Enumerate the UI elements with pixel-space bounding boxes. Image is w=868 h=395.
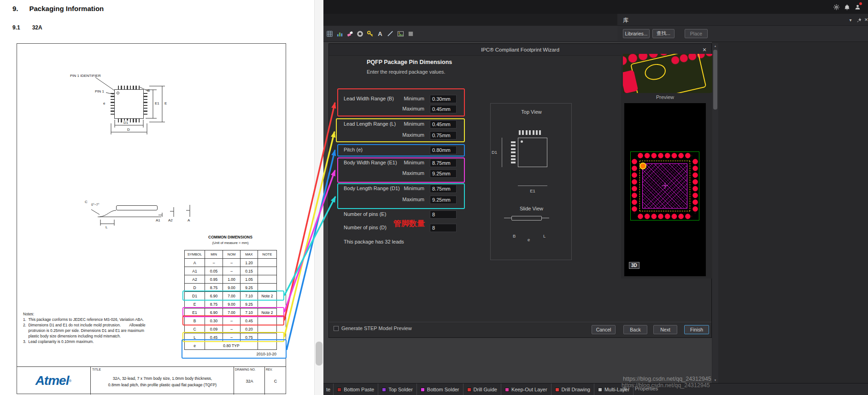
diagram-d1-dim-line bbox=[502, 138, 502, 167]
next-button[interactable]: Next bbox=[653, 325, 677, 334]
key-tool-icon[interactable] bbox=[366, 29, 374, 38]
app-title-bar bbox=[323, 0, 868, 14]
layer-tab-drill-guide[interactable]: Drill Guide bbox=[463, 383, 501, 395]
finish-button[interactable]: Finish bbox=[684, 325, 709, 334]
pin1-pad-marker bbox=[639, 163, 646, 169]
eraser-tool-icon[interactable] bbox=[346, 29, 354, 38]
footprint-2d-preview[interactable]: 3D bbox=[624, 103, 706, 276]
footprint-pads-top bbox=[638, 153, 692, 158]
col-min: MIN bbox=[205, 250, 223, 259]
top-view-label: Top View bbox=[491, 109, 572, 115]
place-button[interactable]: Place bbox=[685, 29, 708, 38]
user-icon[interactable] bbox=[853, 3, 862, 11]
table-row: A20.951.001.05 bbox=[185, 275, 277, 284]
highlight-d1-row bbox=[182, 290, 284, 301]
line-tool-icon[interactable] bbox=[386, 29, 394, 38]
note-line: 1. This package conforms to JEDEC refere… bbox=[23, 317, 146, 322]
layer-tab-top-solder[interactable]: Top Solder bbox=[378, 383, 417, 395]
panel-close-icon[interactable]: × bbox=[862, 15, 868, 23]
diagram-side-lead-right bbox=[542, 218, 549, 218]
diagram-side-lead-left bbox=[504, 218, 511, 218]
dialog-close-icon[interactable]: × bbox=[700, 46, 709, 54]
pad-tool-icon[interactable] bbox=[356, 29, 364, 38]
fill-tool-icon[interactable] bbox=[406, 29, 415, 38]
package-pins-top bbox=[118, 86, 140, 89]
pin1-identifier-label: PIN 1 IDENTIFIER bbox=[70, 74, 101, 78]
note-line: protrusion is 0.25mm per side. Dimension… bbox=[23, 328, 146, 333]
layer-tab-label: Top Solder bbox=[388, 387, 413, 392]
menu-strip bbox=[323, 14, 617, 26]
preview-scrollbar-thumb[interactable] bbox=[713, 50, 717, 110]
step-preview-checkbox[interactable] bbox=[334, 326, 339, 331]
layer-color-swatch bbox=[505, 388, 509, 392]
settings-icon[interactable] bbox=[832, 3, 840, 11]
libraries-button[interactable]: Libraries... bbox=[623, 29, 650, 38]
layer-tab-drill-drawing[interactable]: Drill Drawing bbox=[551, 383, 594, 395]
view-3d-button[interactable]: 3D bbox=[629, 262, 639, 269]
pin1-marker bbox=[117, 92, 119, 94]
highlight-body-width-field bbox=[337, 157, 465, 183]
cancel-button[interactable]: Cancel bbox=[592, 325, 616, 334]
diagram-side-body bbox=[511, 216, 542, 221]
step-preview-label: Generate STEP Model Preview bbox=[341, 325, 412, 331]
dim-b-label: B bbox=[147, 88, 150, 93]
highlight-pitch-field bbox=[337, 144, 465, 157]
table-row: A––1.20 bbox=[185, 259, 277, 267]
diagram-pins-top bbox=[519, 130, 543, 135]
layer-tab-bottom-solder[interactable]: Bottom Solder bbox=[417, 383, 463, 395]
footprint-3d-preview[interactable] bbox=[623, 54, 718, 93]
layer-tab-bottom-paste[interactable]: Bottom Paste bbox=[334, 383, 378, 395]
drawing-no-cell: DRAWING NO. 32A bbox=[234, 367, 265, 395]
dim-e-label: E bbox=[164, 101, 167, 105]
screen: 9.Packaging Information 9.132A PIN 1 IDE… bbox=[0, 0, 868, 395]
wizard-subheading: Enter the required package values. bbox=[367, 69, 446, 75]
section-heading: 9.Packaging Information bbox=[12, 5, 104, 12]
notes: Notes: 1. This package conforms to JEDEC… bbox=[23, 311, 146, 344]
diagram-d1-label: D1 bbox=[492, 150, 497, 155]
panel-dropdown-icon[interactable]: ▾ bbox=[847, 16, 854, 24]
scroll-down-icon[interactable]: ▼ bbox=[712, 378, 718, 383]
dim-a-label: A bbox=[188, 218, 190, 222]
title-cell: TITLE 32A, 32-lead, 7 x 7mm body size, 1… bbox=[91, 367, 234, 395]
dim-pitch-label: e bbox=[103, 101, 105, 105]
search-button[interactable]: 查找... bbox=[652, 29, 674, 38]
layer-color-swatch bbox=[598, 388, 602, 392]
library-panel-toolbar: Libraries... 查找... Place bbox=[617, 26, 868, 42]
layer-tab-label: Bottom Solder bbox=[427, 387, 459, 392]
pins-d-label: Number of pins (D) bbox=[344, 225, 387, 230]
notifications-icon[interactable] bbox=[843, 3, 851, 11]
pin1-label: PIN 1 bbox=[95, 89, 104, 93]
diagram-l-label: L bbox=[543, 233, 545, 238]
layer-tab-keep-out[interactable]: Keep-Out Layer bbox=[501, 383, 551, 395]
back-button[interactable]: Back bbox=[623, 325, 647, 334]
layer-tab-partial[interactable]: te bbox=[323, 383, 334, 395]
pins-e-input[interactable] bbox=[430, 210, 457, 219]
library-panel-header: 库 ▾ × bbox=[617, 14, 868, 26]
layer-tab-label: Keep-Out Layer bbox=[511, 387, 547, 392]
chart-tool-icon[interactable] bbox=[335, 29, 344, 38]
grid-tool-icon[interactable] bbox=[325, 29, 334, 38]
preview-scrollbar[interactable]: ▲ ▼ bbox=[712, 43, 718, 383]
pdf-scrollbar[interactable] bbox=[314, 0, 323, 395]
table-header-row: SYMBOL MIN NOM MAX NOTE bbox=[185, 250, 277, 259]
wizard-heading: PQFP Package Pin Dimensions bbox=[367, 59, 452, 65]
layer-tab-label: Bottom Paste bbox=[344, 387, 374, 392]
footprint bbox=[630, 151, 699, 221]
dim-l-label: L bbox=[106, 225, 107, 229]
col-symbol: SYMBOL bbox=[185, 250, 205, 259]
highlight-lead-width-field bbox=[337, 88, 465, 116]
title-label: TITLE bbox=[92, 368, 101, 371]
pins-d-input[interactable] bbox=[430, 224, 457, 232]
image-tool-icon[interactable] bbox=[396, 29, 405, 38]
text-tool-icon[interactable]: A bbox=[376, 29, 384, 38]
registered-mark-icon: ® bbox=[69, 379, 71, 383]
diagram-e1-label: E1 bbox=[518, 188, 547, 193]
rev-cell: REV. C bbox=[265, 367, 286, 395]
panel-pin-icon[interactable] bbox=[855, 16, 862, 24]
package-side-view-body bbox=[116, 205, 158, 210]
dim-a1-label: A1 bbox=[156, 218, 160, 222]
layer-color-swatch bbox=[337, 388, 341, 392]
dim-e1-label: E1 bbox=[155, 101, 159, 105]
pdf-scrollbar-thumb[interactable] bbox=[316, 342, 323, 366]
scroll-up-icon[interactable]: ▲ bbox=[712, 43, 718, 49]
